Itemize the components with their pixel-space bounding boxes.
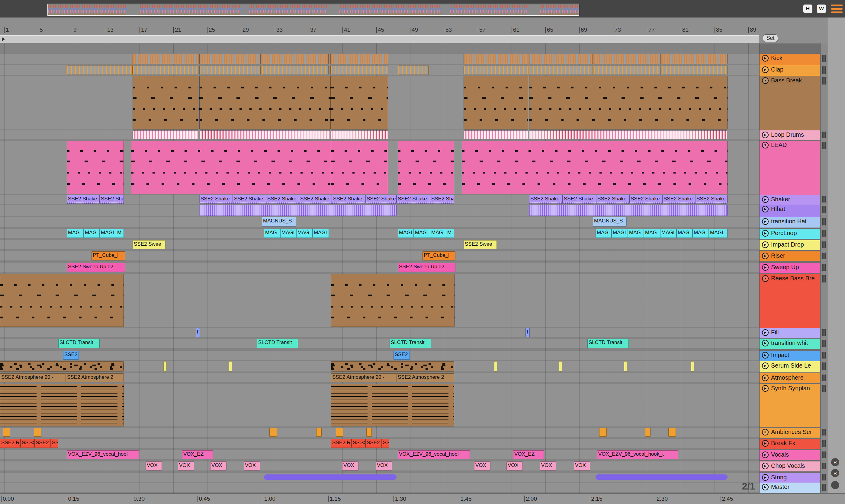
record-badge[interactable]: R xyxy=(831,458,839,466)
clip[interactable]: SS xyxy=(359,439,366,448)
track-lane-vocals[interactable]: VOX_EZV_96_vocal_hoolVOX_EZVOX_EZV_96_vo… xyxy=(0,450,759,459)
clip[interactable] xyxy=(336,428,344,437)
clip[interactable] xyxy=(199,204,397,216)
play-icon[interactable]: ▶ xyxy=(762,474,769,481)
clip[interactable] xyxy=(331,130,388,140)
clip[interactable]: MAG xyxy=(264,229,280,238)
clip[interactable] xyxy=(463,130,528,140)
clip[interactable] xyxy=(599,428,607,437)
track-header-reese-bass-bre[interactable]: ▼Reese Bass Bre xyxy=(759,274,821,328)
track-lane-ambiences-ser[interactable] xyxy=(0,428,759,437)
track-lane-bass-break[interactable] xyxy=(0,76,759,129)
horizontal-scroll-strip[interactable] xyxy=(0,35,759,43)
play-icon[interactable]: ▶ xyxy=(762,66,769,73)
track-lane-kick[interactable] xyxy=(0,54,759,64)
clip[interactable]: VOX_EZ xyxy=(513,450,544,459)
clip[interactable] xyxy=(331,384,454,427)
clip[interactable]: MAGI xyxy=(313,229,329,238)
clip[interactable]: VOX_EZ xyxy=(182,450,213,459)
clip[interactable]: F xyxy=(526,328,530,337)
clip[interactable]: VOX xyxy=(474,462,490,470)
secondary-badge[interactable]: R xyxy=(831,469,839,477)
track-header-transition-whit[interactable]: ▶transition whit xyxy=(759,339,821,349)
clip[interactable] xyxy=(462,141,727,194)
clip[interactable]: SSE2 Shake xyxy=(266,195,299,204)
track-lane-transition-hat[interactable]: MAGNUS_SMAGNUS_S xyxy=(0,217,759,227)
track-header-string[interactable]: ▶String xyxy=(759,473,821,483)
track-lane-shaker[interactable]: SSE2 ShakeSSE2 ShakeSSE2 ShakeSSE2 Shake… xyxy=(0,195,759,204)
clip[interactable] xyxy=(624,361,627,372)
track-header-kick[interactable]: ▶Kick xyxy=(759,54,821,65)
clip[interactable] xyxy=(133,54,198,64)
track-lane-riser[interactable]: PT_Cube_lPT_Cube_l xyxy=(0,251,759,260)
clip[interactable]: SSE2 Shake xyxy=(366,195,397,204)
clip[interactable] xyxy=(67,65,133,75)
track-lane-impact[interactable]: SSE2SSE2 xyxy=(0,351,759,360)
clip[interactable]: SSE2 xyxy=(63,351,79,360)
clip[interactable] xyxy=(529,76,727,129)
clip[interactable]: VOX xyxy=(574,462,590,470)
clip[interactable]: MAG xyxy=(430,229,446,238)
track-lane-chop-vocals[interactable]: VOXVOXVOXVOXVOXVOXVOXVOXVOXVOX xyxy=(0,462,759,470)
clip[interactable] xyxy=(3,428,10,437)
track-header-clap[interactable]: ▶Clap xyxy=(759,65,821,76)
clip[interactable] xyxy=(229,361,232,372)
play-icon[interactable]: ▶ xyxy=(762,340,769,346)
clip[interactable] xyxy=(199,76,331,129)
clip[interactable] xyxy=(691,361,694,372)
clip[interactable]: SSE2 Sweep Up 02 xyxy=(67,263,125,272)
clip[interactable]: MAGI xyxy=(612,229,628,238)
clip[interactable]: SLCTD Transit xyxy=(390,339,431,348)
clip[interactable]: SSE2 Shake xyxy=(199,195,233,204)
track-lane-impact-drop[interactable]: SSE2 SweeSSE2 Swee xyxy=(0,240,759,249)
clip[interactable]: MAGI xyxy=(100,229,116,238)
track-lane-hihat[interactable] xyxy=(0,204,759,216)
clip[interactable]: SSE2 Ru xyxy=(331,439,352,448)
play-icon[interactable]: ▶ xyxy=(762,385,769,392)
clip[interactable]: SSE2 Shake xyxy=(695,195,727,204)
clip[interactable] xyxy=(662,54,727,64)
play-icon[interactable]: ▶ xyxy=(762,375,769,381)
time-ruler[interactable]: 0:000:150:300:451:001:151:301:452:002:15… xyxy=(0,493,845,504)
clip[interactable]: VOX xyxy=(145,462,162,470)
clip[interactable]: SSE2 Shake xyxy=(529,195,563,204)
clip[interactable]: MAG xyxy=(676,229,692,238)
clip[interactable]: MAG xyxy=(296,229,313,238)
play-icon[interactable]: ▶ xyxy=(762,55,769,61)
clip[interactable] xyxy=(262,54,329,64)
track-header-percloop[interactable]: ▶PercLoop xyxy=(759,229,821,239)
clip[interactable]: VOX_EZV_96_vocal_hool xyxy=(67,450,139,459)
track-lane-loop-drums[interactable] xyxy=(0,130,759,140)
track-header-fill[interactable]: ▶Fill xyxy=(759,328,821,338)
clip[interactable] xyxy=(596,474,727,480)
track-lane-break-fx[interactable]: SSE2 RuSSSSSSE2SSSSE2 RuSSSSSSE2SS xyxy=(0,439,759,448)
play-icon[interactable]: ▶ xyxy=(762,451,769,458)
clip[interactable]: SLCTD Transit xyxy=(58,339,100,348)
track-lane-serum-side-le[interactable] xyxy=(0,361,759,372)
clip[interactable] xyxy=(398,65,428,75)
play-icon[interactable]: ▶ xyxy=(762,230,769,237)
clip[interactable] xyxy=(645,428,651,437)
clip[interactable]: MAGI xyxy=(398,229,414,238)
clip[interactable] xyxy=(133,65,198,75)
clip[interactable] xyxy=(0,361,124,372)
clip[interactable]: SSE2 Swee xyxy=(463,240,497,249)
menu-icon[interactable]: ≡ xyxy=(762,429,769,435)
clip[interactable] xyxy=(463,65,528,75)
clip[interactable]: MAG xyxy=(628,229,644,238)
fold-icon[interactable]: ▼ xyxy=(762,142,769,148)
clip[interactable] xyxy=(0,384,124,427)
play-icon[interactable]: ▶ xyxy=(762,131,769,138)
clip[interactable]: SS xyxy=(51,439,58,448)
clip[interactable]: MAGNUS_S xyxy=(262,217,296,227)
clip[interactable] xyxy=(131,141,331,194)
clip[interactable]: SSE2 Shake xyxy=(397,195,430,204)
tertiary-badge[interactable] xyxy=(831,481,839,489)
track-lane-fill[interactable]: FF xyxy=(0,328,759,337)
clip[interactable] xyxy=(133,76,198,129)
clip[interactable]: SSE2 Shake xyxy=(100,195,124,204)
clip[interactable]: SSE2 Shake xyxy=(67,195,100,204)
track-header-hihat[interactable]: ▶Hihat xyxy=(759,204,821,217)
clip[interactable]: SSE2 Swee xyxy=(133,240,165,249)
clip[interactable]: SSE2 Shake xyxy=(662,195,695,204)
